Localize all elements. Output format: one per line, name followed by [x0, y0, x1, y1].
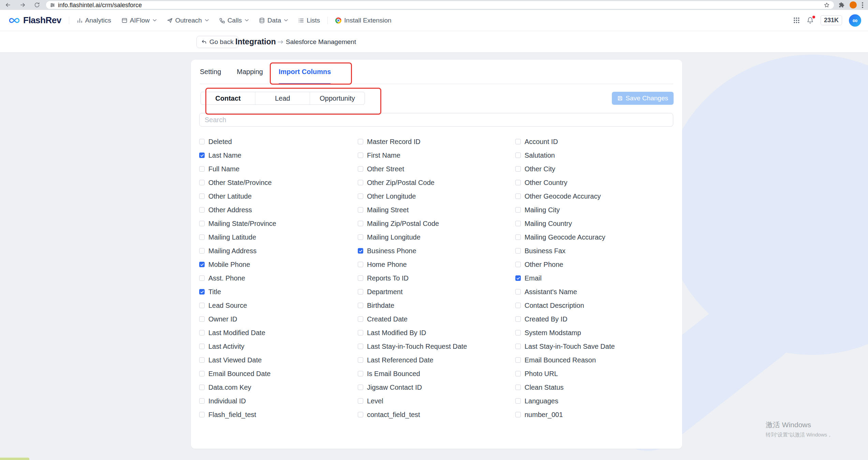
- search-input[interactable]: [199, 113, 673, 127]
- checkbox-unchecked-icon[interactable]: [515, 221, 521, 226]
- field-checkbox-number-001[interactable]: number_001: [515, 408, 673, 421]
- field-checkbox-full-name[interactable]: Full Name: [199, 162, 358, 176]
- checkbox-unchecked-icon[interactable]: [358, 344, 363, 349]
- field-checkbox-other-street[interactable]: Other Street: [358, 162, 515, 176]
- site-info-icon[interactable]: [50, 3, 55, 8]
- checkbox-unchecked-icon[interactable]: [515, 398, 521, 404]
- nav-item-data[interactable]: Data: [259, 17, 288, 24]
- checkbox-unchecked-icon[interactable]: [358, 330, 363, 335]
- checkbox-unchecked-icon[interactable]: [515, 166, 521, 172]
- checkbox-unchecked-icon[interactable]: [358, 262, 363, 267]
- checkbox-unchecked-icon[interactable]: [358, 153, 363, 158]
- credits-badge[interactable]: 231K: [821, 15, 842, 25]
- field-checkbox-data-com-key[interactable]: Data.com Key: [199, 380, 358, 394]
- field-checkbox-asst-phone[interactable]: Asst. Phone: [199, 271, 358, 285]
- subtab-opportunity[interactable]: Opportunity: [310, 92, 365, 104]
- checkbox-unchecked-icon[interactable]: [358, 385, 363, 390]
- checkbox-checked-icon[interactable]: [199, 153, 205, 158]
- nav-item-lists[interactable]: Lists: [298, 17, 320, 24]
- checkbox-unchecked-icon[interactable]: [199, 330, 205, 335]
- checkbox-checked-icon[interactable]: [199, 262, 205, 267]
- checkbox-unchecked-icon[interactable]: [515, 262, 521, 267]
- field-checkbox-other-state-province[interactable]: Other State/Province: [199, 176, 358, 189]
- field-checkbox-title[interactable]: Title: [199, 285, 358, 299]
- checkbox-unchecked-icon[interactable]: [515, 303, 521, 308]
- browser-forward-icon[interactable]: [19, 2, 26, 8]
- checkbox-unchecked-icon[interactable]: [515, 180, 521, 185]
- field-checkbox-languages[interactable]: Languages: [515, 394, 673, 408]
- field-checkbox-mailing-street[interactable]: Mailing Street: [358, 203, 515, 217]
- checkbox-unchecked-icon[interactable]: [358, 357, 363, 363]
- field-checkbox-individual-id[interactable]: Individual ID: [199, 394, 358, 408]
- field-checkbox-last-name[interactable]: Last Name: [199, 148, 358, 162]
- field-checkbox-lead-source[interactable]: Lead Source: [199, 299, 358, 312]
- field-checkbox-last-referenced-date[interactable]: Last Referenced Date: [358, 353, 515, 367]
- checkbox-unchecked-icon[interactable]: [199, 166, 205, 172]
- field-checkbox-jigsaw-contact-id[interactable]: Jigsaw Contact ID: [358, 380, 515, 394]
- field-checkbox-other-latitude[interactable]: Other Latitude: [199, 189, 358, 203]
- field-checkbox-flash-field-test[interactable]: Flash_field_test: [199, 408, 358, 421]
- checkbox-unchecked-icon[interactable]: [358, 139, 363, 144]
- subtab-contact[interactable]: Contact: [201, 92, 255, 104]
- field-checkbox-last-activity[interactable]: Last Activity: [199, 340, 358, 353]
- checkbox-unchecked-icon[interactable]: [515, 234, 521, 240]
- checkbox-unchecked-icon[interactable]: [199, 344, 205, 349]
- field-checkbox-other-longitude[interactable]: Other Longitude: [358, 189, 515, 203]
- field-checkbox-last-stay-in-touch-request-date[interactable]: Last Stay-in-Touch Request Date: [358, 340, 515, 353]
- field-checkbox-birthdate[interactable]: Birthdate: [358, 299, 515, 312]
- field-checkbox-other-geocode-accuracy[interactable]: Other Geocode Accuracy: [515, 189, 673, 203]
- field-checkbox-mailing-address[interactable]: Mailing Address: [199, 244, 358, 258]
- url-text[interactable]: info.flashintel.ai/crm/salesforce: [58, 2, 142, 8]
- tab-import-columns[interactable]: Import Columns: [279, 60, 331, 84]
- field-checkbox-assistant-s-name[interactable]: Assistant's Name: [515, 285, 673, 299]
- checkbox-unchecked-icon[interactable]: [199, 316, 205, 322]
- save-changes-button[interactable]: Save Changes: [612, 92, 674, 105]
- field-checkbox-mailing-geocode-accuracy[interactable]: Mailing Geocode Accuracy: [515, 230, 673, 244]
- nav-item-analytics[interactable]: Analytics: [77, 17, 111, 24]
- notifications-bell-icon[interactable]: [807, 17, 814, 24]
- field-checkbox-account-id[interactable]: Account ID: [515, 135, 673, 148]
- field-checkbox-is-email-bounced[interactable]: Is Email Bounced: [358, 367, 515, 380]
- tab-setting[interactable]: Setting: [200, 60, 221, 84]
- field-checkbox-business-phone[interactable]: Business Phone: [358, 244, 515, 258]
- checkbox-unchecked-icon[interactable]: [199, 180, 205, 185]
- checkbox-checked-icon[interactable]: [358, 248, 363, 254]
- field-checkbox-created-date[interactable]: Created Date: [358, 312, 515, 326]
- checkbox-unchecked-icon[interactable]: [515, 344, 521, 349]
- checkbox-unchecked-icon[interactable]: [515, 207, 521, 213]
- checkbox-unchecked-icon[interactable]: [358, 180, 363, 185]
- field-checkbox-mailing-country[interactable]: Mailing Country: [515, 217, 673, 230]
- field-checkbox-last-stay-in-touch-save-date[interactable]: Last Stay-in-Touch Save Date: [515, 340, 673, 353]
- field-checkbox-system-modstamp[interactable]: System Modstamp: [515, 326, 673, 340]
- flashrev-logo[interactable]: FlashRev: [8, 15, 61, 26]
- field-checkbox-other-address[interactable]: Other Address: [199, 203, 358, 217]
- checkbox-unchecked-icon[interactable]: [199, 275, 205, 281]
- subtab-lead[interactable]: Lead: [255, 92, 310, 104]
- checkbox-unchecked-icon[interactable]: [199, 357, 205, 363]
- field-checkbox-contact-description[interactable]: Contact Description: [515, 299, 673, 312]
- field-checkbox-email-bounced-date[interactable]: Email Bounced Date: [199, 367, 358, 380]
- checkbox-unchecked-icon[interactable]: [358, 275, 363, 281]
- field-checkbox-created-by-id[interactable]: Created By ID: [515, 312, 673, 326]
- field-checkbox-photo-url[interactable]: Photo URL: [515, 367, 673, 380]
- checkbox-unchecked-icon[interactable]: [515, 289, 521, 294]
- field-checkbox-last-modified-by-id[interactable]: Last Modified By ID: [358, 326, 515, 340]
- go-back-button[interactable]: Go back: [196, 36, 238, 48]
- checkbox-unchecked-icon[interactable]: [515, 153, 521, 158]
- checkbox-unchecked-icon[interactable]: [515, 357, 521, 363]
- field-checkbox-other-city[interactable]: Other City: [515, 162, 673, 176]
- checkbox-unchecked-icon[interactable]: [358, 316, 363, 322]
- field-checkbox-department[interactable]: Department: [358, 285, 515, 299]
- checkbox-unchecked-icon[interactable]: [358, 289, 363, 294]
- field-checkbox-owner-id[interactable]: Owner ID: [199, 312, 358, 326]
- field-checkbox-deleted[interactable]: Deleted: [199, 135, 358, 148]
- field-checkbox-mailing-longitude[interactable]: Mailing Longitude: [358, 230, 515, 244]
- field-checkbox-other-phone[interactable]: Other Phone: [515, 258, 673, 271]
- field-checkbox-mobile-phone[interactable]: Mobile Phone: [199, 258, 358, 271]
- field-checkbox-home-phone[interactable]: Home Phone: [358, 258, 515, 271]
- checkbox-unchecked-icon[interactable]: [358, 371, 363, 376]
- checkbox-unchecked-icon[interactable]: [358, 303, 363, 308]
- field-checkbox-other-country[interactable]: Other Country: [515, 176, 673, 189]
- field-checkbox-mailing-state-province[interactable]: Mailing State/Province: [199, 217, 358, 230]
- checkbox-checked-icon[interactable]: [199, 289, 205, 294]
